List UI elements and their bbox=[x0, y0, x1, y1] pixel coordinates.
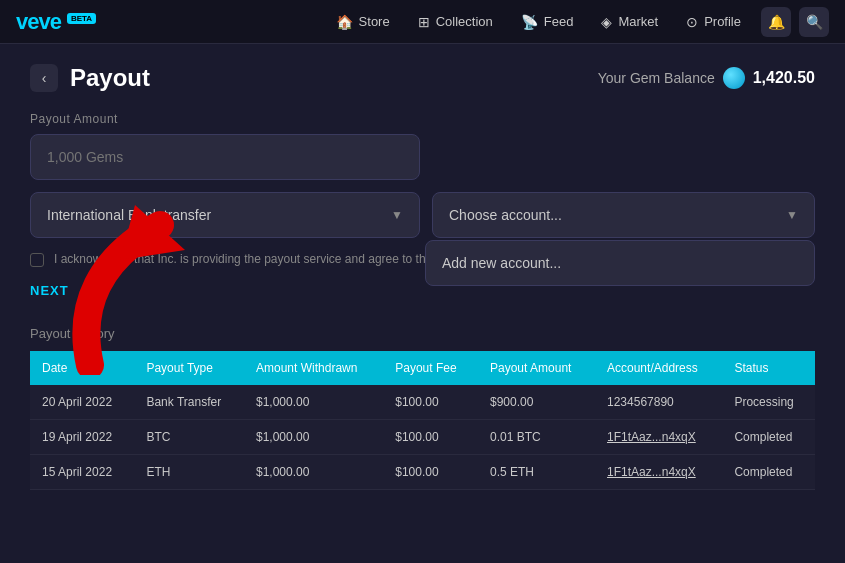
dropdowns-row: International Bank transfer ▼ Choose acc… bbox=[30, 192, 815, 238]
choose-account-arrow: ▼ bbox=[786, 208, 798, 222]
col-amount: Payout Amount bbox=[478, 351, 595, 385]
table-cell: Completed bbox=[722, 455, 815, 490]
col-withdrawn: Amount Withdrawn bbox=[244, 351, 383, 385]
col-fee: Payout Fee bbox=[383, 351, 478, 385]
amount-input[interactable] bbox=[30, 134, 420, 180]
feed-icon: 📡 bbox=[521, 14, 538, 30]
table-cell: 1234567890 bbox=[595, 385, 722, 420]
nav-feed[interactable]: 📡 Feed bbox=[521, 14, 574, 30]
table-cell: 0.5 ETH bbox=[478, 455, 595, 490]
nav-market-label: Market bbox=[618, 14, 658, 29]
table-cell: $1,000.00 bbox=[244, 455, 383, 490]
choose-account-label: Choose account... bbox=[449, 207, 562, 223]
nav-store[interactable]: 🏠 Store bbox=[336, 14, 390, 30]
nav-collection-label: Collection bbox=[436, 14, 493, 29]
logo-text: veve bbox=[16, 9, 61, 35]
nav-market[interactable]: ◈ Market bbox=[601, 14, 658, 30]
transfer-type-label: International Bank transfer bbox=[47, 207, 211, 223]
collection-icon: ⊞ bbox=[418, 14, 430, 30]
table-cell: Bank Transfer bbox=[134, 385, 244, 420]
nav-store-label: Store bbox=[359, 14, 390, 29]
table-cell: 0.01 BTC bbox=[478, 420, 595, 455]
transfer-type-arrow: ▼ bbox=[391, 208, 403, 222]
table-row: 15 April 2022ETH$1,000.00$100.000.5 ETH1… bbox=[30, 455, 815, 490]
choose-account-dropdown[interactable]: Choose account... ▼ bbox=[432, 192, 815, 238]
gem-amount: 1,420.50 bbox=[753, 69, 815, 87]
beta-badge: BETA bbox=[67, 13, 96, 24]
profile-icon: ⊙ bbox=[686, 14, 698, 30]
table-cell: 15 April 2022 bbox=[30, 455, 134, 490]
search-button[interactable]: 🔍 bbox=[799, 7, 829, 37]
history-table: Date Payout Type Amount Withdrawn Payout… bbox=[30, 351, 815, 490]
gem-balance-label: Your Gem Balance bbox=[598, 70, 715, 86]
gem-balance: Your Gem Balance 1,420.50 bbox=[598, 67, 815, 89]
history-section: Payout History Date Payout Type Amount W… bbox=[30, 326, 815, 490]
table-cell: $100.00 bbox=[383, 455, 478, 490]
nav-collection[interactable]: ⊞ Collection bbox=[418, 14, 493, 30]
table-cell: BTC bbox=[134, 420, 244, 455]
market-icon: ◈ bbox=[601, 14, 612, 30]
col-type: Payout Type bbox=[134, 351, 244, 385]
col-status: Status bbox=[722, 351, 815, 385]
table-cell: Processing bbox=[722, 385, 815, 420]
table-cell: $1,000.00 bbox=[244, 420, 383, 455]
col-date: Date bbox=[30, 351, 134, 385]
table-cell: $1,000.00 bbox=[244, 385, 383, 420]
account-dropdown-container: Choose account... ▼ Add new account... bbox=[432, 192, 815, 238]
notification-button[interactable]: 🔔 bbox=[761, 7, 791, 37]
nav-actions: 🔔 🔍 bbox=[761, 7, 829, 37]
col-account: Account/Address bbox=[595, 351, 722, 385]
transfer-type-dropdown[interactable]: International Bank transfer ▼ bbox=[30, 192, 420, 238]
nav-profile[interactable]: ⊙ Profile bbox=[686, 14, 741, 30]
table-cell: $100.00 bbox=[383, 420, 478, 455]
nav-links: 🏠 Store ⊞ Collection 📡 Feed ◈ Market ⊙ P… bbox=[336, 14, 741, 30]
table-row: 19 April 2022BTC$1,000.00$100.000.01 BTC… bbox=[30, 420, 815, 455]
back-button[interactable]: ‹ bbox=[30, 64, 58, 92]
table-cell: $100.00 bbox=[383, 385, 478, 420]
payout-amount-label: Payout Amount bbox=[30, 112, 815, 126]
acknowledge-checkbox[interactable] bbox=[30, 253, 44, 267]
page-header: ‹ Payout Your Gem Balance 1,420.50 bbox=[30, 64, 815, 92]
next-button[interactable]: NEXT bbox=[30, 283, 69, 298]
history-title: Payout History bbox=[30, 326, 815, 341]
logo-area: veve BETA bbox=[16, 9, 96, 35]
table-cell: Completed bbox=[722, 420, 815, 455]
table-cell: $900.00 bbox=[478, 385, 595, 420]
main-content: ‹ Payout Your Gem Balance 1,420.50 Payou… bbox=[0, 44, 845, 510]
gem-icon bbox=[723, 67, 745, 89]
top-navigation: veve BETA 🏠 Store ⊞ Collection 📡 Feed ◈ … bbox=[0, 0, 845, 44]
nav-profile-label: Profile bbox=[704, 14, 741, 29]
table-cell[interactable]: 1F1tAaz...n4xqX bbox=[595, 455, 722, 490]
account-dropdown-menu: Add new account... bbox=[425, 240, 815, 286]
table-cell: 20 April 2022 bbox=[30, 385, 134, 420]
store-icon: 🏠 bbox=[336, 14, 353, 30]
table-cell[interactable]: 1F1tAaz...n4xqX bbox=[595, 420, 722, 455]
table-cell: ETH bbox=[134, 455, 244, 490]
table-cell: 19 April 2022 bbox=[30, 420, 134, 455]
table-row: 20 April 2022Bank Transfer$1,000.00$100.… bbox=[30, 385, 815, 420]
nav-feed-label: Feed bbox=[544, 14, 574, 29]
page-title: Payout bbox=[70, 64, 150, 92]
add-new-account-item[interactable]: Add new account... bbox=[426, 241, 814, 285]
table-header-row: Date Payout Type Amount Withdrawn Payout… bbox=[30, 351, 815, 385]
